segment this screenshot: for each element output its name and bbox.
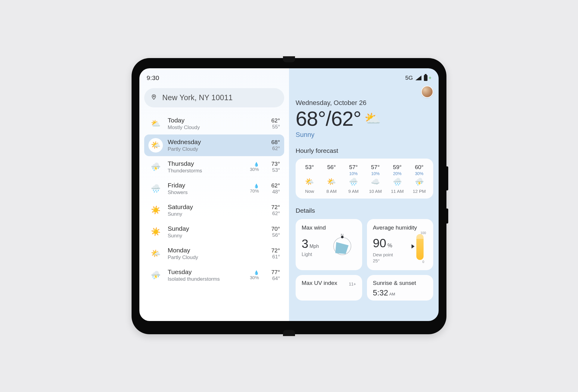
day-precip-block: 💧30%	[246, 162, 259, 172]
profile-avatar[interactable]	[421, 86, 433, 98]
daily-forecast-list: ⛅TodayMostly Cloudy62°55°🌤️WednesdayPart…	[144, 113, 284, 286]
day-high: 62°	[271, 117, 280, 124]
weather-icon: ⛈️	[148, 160, 163, 174]
hour-column: 56°.🌤️8 AM	[321, 164, 343, 194]
droplet-icon: 💧	[254, 184, 259, 188]
day-temps: 72°61°	[266, 247, 280, 260]
status-bar-left: 9:30	[144, 72, 284, 84]
day-row[interactable]: ⛈️TuesdayIsolated thunderstorms💧30%77°64…	[144, 264, 284, 286]
humidity-scale-top: 100	[421, 231, 426, 235]
day-temps: 77°64°	[266, 269, 280, 282]
current-temps: 68°/62°	[296, 107, 361, 130]
hour-weather-icon: 🌤️	[305, 177, 314, 186]
day-labels: WednesdayPartly Cloudy	[168, 138, 241, 152]
hour-weather-icon: 🌧️	[349, 177, 358, 186]
hour-label: 11 AM	[391, 189, 404, 194]
detail-card-wind[interactable]: Max wind 3 Mph Light N	[296, 219, 362, 270]
hour-weather-icon: 🌤️	[327, 177, 336, 186]
weather-icon: ⛅	[148, 116, 163, 131]
hour-precip-chance: 10%	[349, 171, 358, 177]
day-name: Saturday	[168, 203, 241, 211]
pane-left: 9:30 New York, NY 10011 ⛅TodayMostly Clo…	[139, 68, 289, 321]
hour-temp: 57°	[371, 164, 380, 171]
current-condition: Sunny	[296, 131, 381, 139]
sun-title: Sunrise & sunset	[373, 280, 427, 286]
hour-temp: 56°	[327, 164, 336, 171]
day-temps: 72°62°	[266, 204, 280, 217]
day-name: Wednesday	[168, 138, 241, 146]
day-high: 73°	[271, 161, 280, 167]
day-temps: 73°53°	[266, 161, 280, 173]
day-precip-block: 💧70%	[246, 184, 259, 193]
day-name: Tuesday	[168, 268, 241, 276]
humidity-scale-bottom: 0	[422, 260, 424, 264]
day-labels: MondayPartly Cloudy	[168, 247, 241, 261]
day-row[interactable]: 🌤️MondayPartly Cloudy72°61°	[144, 243, 284, 264]
status-bar-right: 5G +	[296, 72, 433, 84]
hour-weather-icon: ⛈️	[415, 177, 424, 186]
day-row[interactable]: 🌤️WednesdayPartly Cloudy68°62°	[144, 134, 284, 156]
day-high: 72°	[271, 247, 280, 254]
hourly-forecast-card[interactable]: 53°.🌤️Now56°.🌤️8 AM57°10%🌧️9 AM57°10%☁️1…	[296, 159, 433, 199]
location-pin-icon	[151, 93, 157, 102]
day-row[interactable]: ☀️SaturdaySunny72°62°	[144, 199, 284, 221]
day-precip-chance: 70%	[250, 188, 259, 193]
hour-temp: 59°	[393, 164, 402, 171]
day-row[interactable]: ⛅TodayMostly Cloudy62°55°	[144, 113, 284, 134]
weather-icon: 🌤️	[148, 246, 163, 261]
day-row[interactable]: ⛈️ThursdayThunderstorms💧30%73°53°	[144, 156, 284, 178]
uv-value: 11+	[349, 282, 356, 286]
day-row[interactable]: ☀️SundaySunny70°56°	[144, 221, 284, 243]
screen: 9:30 New York, NY 10011 ⛅TodayMostly Clo…	[139, 68, 439, 321]
hour-temp: 60°	[415, 164, 424, 171]
details-title: Details	[296, 207, 433, 214]
day-labels: SaturdaySunny	[168, 203, 241, 217]
day-condition: Thunderstorms	[168, 168, 241, 174]
humidity-sub2: 25°	[373, 258, 380, 263]
day-condition: Sunny	[168, 211, 241, 217]
detail-card-uv[interactable]: Max UV index 11+	[296, 275, 362, 301]
hour-column: 53°.🌤️Now	[299, 164, 321, 194]
day-name: Friday	[168, 182, 241, 189]
day-condition: Isolated thunderstorms	[168, 276, 241, 282]
day-labels: ThursdayThunderstorms	[168, 160, 241, 174]
detail-card-humidity[interactable]: Average humidity 90 % Dew point 25° 100	[367, 219, 434, 270]
day-low: 55°	[272, 124, 280, 130]
day-high: 70°	[271, 226, 280, 232]
signal-icon	[415, 76, 421, 80]
hour-precip-chance: 20%	[393, 171, 402, 177]
hinge-top	[283, 56, 295, 62]
hourly-title: Hourly forecast	[296, 147, 433, 154]
day-row[interactable]: 🌧️FridayShowers💧70%62°48°	[144, 178, 284, 199]
day-precip-chance: 30%	[250, 167, 259, 172]
day-labels: SundaySunny	[168, 225, 241, 239]
weather-icon: 🌧️	[148, 181, 163, 196]
day-low: 62°	[272, 146, 280, 152]
day-condition: Showers	[168, 190, 241, 196]
hour-column: 59°20%🌧️11 AM	[386, 164, 408, 194]
detail-card-sun[interactable]: Sunrise & sunset 5:32 AM	[367, 275, 434, 301]
location-search[interactable]: New York, NY 10011	[144, 88, 284, 107]
day-low: 53°	[272, 167, 280, 173]
hour-precip-chance: 30%	[415, 171, 424, 177]
droplet-icon: 💧	[254, 270, 259, 275]
status-time: 9:30	[147, 74, 159, 82]
weather-icon: ☀️	[148, 225, 163, 239]
day-labels: FridayShowers	[168, 182, 241, 196]
day-precip-block: 💧30%	[246, 270, 259, 280]
day-temps: 68°62°	[266, 139, 280, 152]
hour-precip-chance: 10%	[371, 171, 380, 177]
current-date: Wednesday, October 26	[296, 99, 381, 107]
day-name: Sunday	[168, 225, 241, 232]
current-weather-icon: ⛅	[364, 111, 381, 126]
battery-plus-icon: +	[429, 75, 431, 81]
hour-column: 60°30%⛈️12 PM	[408, 164, 430, 194]
humidity-title: Average humidity	[373, 224, 427, 231]
wind-title: Max wind	[302, 224, 356, 231]
day-name: Thursday	[168, 160, 241, 167]
hour-column: 57°10%☁️10 AM	[364, 164, 386, 194]
network-label: 5G	[405, 75, 413, 81]
day-condition: Partly Cloudy	[168, 255, 241, 261]
weather-icon: 🌤️	[148, 138, 163, 153]
humidity-percent: %	[387, 242, 392, 249]
